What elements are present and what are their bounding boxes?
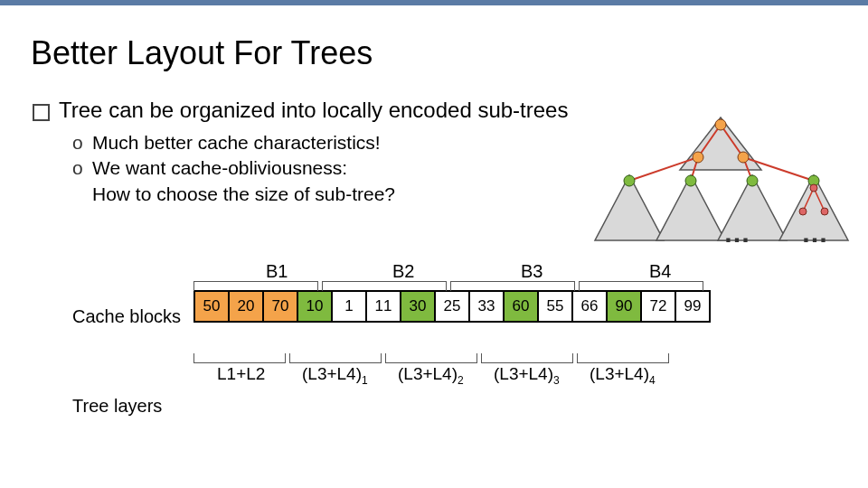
memory-layout: Cache blocks Tree layers B1 B2 B3 B4 50 … xyxy=(31,290,837,323)
bracket-top xyxy=(579,281,703,291)
svg-point-13 xyxy=(799,208,807,215)
bullet-circle-icon: o xyxy=(72,155,92,207)
slide-title: Better Layout For Trees xyxy=(31,34,837,72)
block-label: B4 xyxy=(649,261,671,282)
layer-label: (L3+L4)2 xyxy=(398,364,464,387)
bracket-top xyxy=(193,281,318,291)
svg-point-14 xyxy=(821,208,828,215)
cell: 55 xyxy=(537,290,573,323)
cell: 70 xyxy=(262,290,298,323)
sub-a: Much better cache characteristics! xyxy=(92,130,381,155)
block-label: B1 xyxy=(266,261,288,282)
slide-body: Better Layout For Trees Tree can be orga… xyxy=(0,5,868,323)
bracket-bottom xyxy=(481,353,573,363)
label-cache-blocks: Cache blocks xyxy=(72,306,181,327)
bracket-bottom xyxy=(289,353,382,363)
cell: 10 xyxy=(297,290,333,323)
svg-point-8 xyxy=(624,175,635,186)
cell: 33 xyxy=(468,290,505,323)
layer-label: (L3+L4)1 xyxy=(302,364,368,387)
svg-point-10 xyxy=(747,175,758,186)
svg-point-12 xyxy=(810,184,817,192)
bracket-top xyxy=(450,281,575,291)
bracket-top xyxy=(322,281,447,291)
cell: 1 xyxy=(331,290,367,323)
block-label: B2 xyxy=(392,261,414,282)
label-tree-layers: Tree layers xyxy=(72,396,162,417)
cell-row: 50 20 70 10 1 11 30 25 33 60 55 66 90 72… xyxy=(193,290,837,323)
cell: 25 xyxy=(434,290,470,323)
block-label: B3 xyxy=(521,261,542,282)
cell: 72 xyxy=(640,290,676,323)
cell: 50 xyxy=(193,290,230,323)
sub-b-line2: How to choose the size of sub-tree? xyxy=(92,183,395,204)
cell: 99 xyxy=(675,290,711,323)
cell: 11 xyxy=(365,290,401,323)
cell: 20 xyxy=(228,290,264,323)
bullet-main-text: Tree can be organized into locally encod… xyxy=(59,98,568,123)
cell: 60 xyxy=(503,290,539,323)
bracket-bottom xyxy=(577,353,669,363)
sub-b-line1: We want cache-obliviousness: xyxy=(92,157,347,178)
cell: 90 xyxy=(606,290,642,323)
bullet-square-icon xyxy=(33,104,50,121)
bullet-circle-icon: o xyxy=(72,130,92,155)
layer-label: L1+L2 xyxy=(217,364,265,384)
svg-point-6 xyxy=(693,152,703,163)
layer-label: (L3+L4)3 xyxy=(494,364,560,387)
layer-label: (L3+L4)4 xyxy=(590,364,656,387)
bracket-bottom xyxy=(385,353,477,363)
ellipsis-icon: … xyxy=(723,218,750,249)
svg-point-7 xyxy=(738,152,749,163)
svg-point-9 xyxy=(685,175,696,186)
ellipsis-icon: … xyxy=(801,218,828,249)
svg-point-5 xyxy=(715,119,726,130)
cell: 30 xyxy=(400,290,436,323)
cell: 66 xyxy=(571,290,608,323)
bracket-bottom xyxy=(193,353,286,363)
